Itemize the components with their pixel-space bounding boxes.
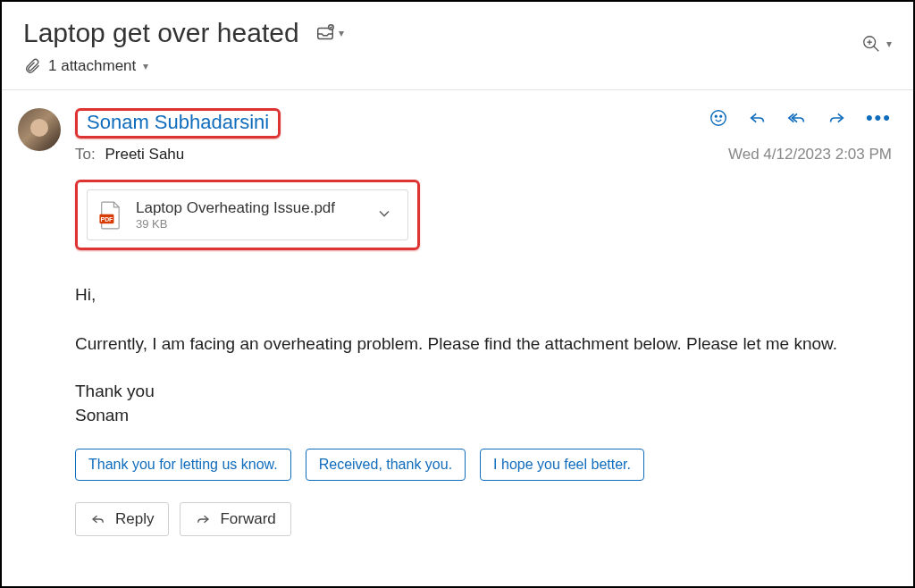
svg-text:PDF: PDF	[101, 215, 113, 222]
body-greeting: Hi,	[75, 282, 892, 308]
avatar	[18, 108, 61, 151]
attachment-card[interactable]: PDF Laptop Overheating Issue.pdf 39 KB	[87, 189, 408, 240]
suggested-reply-3[interactable]: I hope you feel better.	[480, 449, 644, 481]
timestamp: Wed 4/12/2023 2:03 PM	[728, 146, 892, 164]
signoff-line-2: Sonam	[75, 404, 892, 428]
svg-point-7	[715, 115, 717, 117]
zoom-menu[interactable]: ▾	[861, 18, 892, 54]
attachment-highlight: PDF Laptop Overheating Issue.pdf 39 KB	[75, 180, 420, 250]
pdf-file-icon: PDF	[98, 201, 123, 230]
signoff-line-1: Thank you	[75, 380, 892, 404]
attachment-filename: Laptop Overheating Issue.pdf	[136, 199, 335, 217]
reply-arrow-icon	[90, 511, 106, 527]
more-actions-button[interactable]: •••	[866, 112, 892, 123]
forward-button-label: Forward	[220, 510, 275, 528]
email-body: Hi, Currently, I am facing an overheatin…	[75, 282, 892, 427]
svg-point-8	[720, 115, 722, 117]
chevron-down-icon: ▾	[143, 60, 148, 72]
svg-line-3	[874, 46, 879, 52]
mark-read-toggle[interactable]: ▾	[315, 23, 344, 43]
chevron-down-icon	[375, 205, 393, 223]
attachment-summary-toggle[interactable]: 1 attachment ▾	[23, 57, 344, 75]
react-emoji-button[interactable]	[709, 108, 728, 128]
to-label: To:	[75, 146, 96, 163]
svg-point-6	[711, 111, 726, 126]
paperclip-icon	[23, 57, 41, 75]
attachment-count-text: 1 attachment	[48, 57, 136, 75]
chevron-down-icon: ▾	[339, 27, 344, 39]
chevron-down-icon: ▾	[886, 38, 892, 50]
magnifier-plus-icon	[861, 34, 881, 54]
forward-button[interactable]	[827, 108, 846, 128]
suggested-reply-1[interactable]: Thank you for letting us know.	[75, 449, 291, 481]
reply-button-label: Reply	[115, 510, 154, 528]
sender-highlight: Sonam Subhadarsini	[75, 108, 281, 139]
suggested-replies: Thank you for letting us know. Received,…	[75, 449, 892, 481]
forward-button-large[interactable]: Forward	[180, 502, 290, 536]
sender-name[interactable]: Sonam Subhadarsini	[83, 109, 273, 135]
body-paragraph: Currently, I am facing an overheating pr…	[75, 332, 892, 357]
reply-button-large[interactable]: Reply	[75, 502, 169, 536]
to-recipient: Preeti Sahu	[105, 146, 184, 163]
message-header: Laptop get over heated ▾ 1 attachment ▾	[2, 2, 913, 82]
inbox-icon	[315, 23, 335, 43]
reply-button[interactable]	[748, 108, 768, 128]
email-subject: Laptop get over heated	[23, 18, 299, 48]
message-actions: •••	[709, 108, 892, 128]
forward-arrow-icon	[195, 511, 211, 527]
message-pane: Sonam Subhadarsini	[2, 90, 913, 554]
attachment-menu-toggle[interactable]	[375, 205, 393, 226]
suggested-reply-2[interactable]: Received, thank you.	[306, 449, 466, 481]
attachment-filesize: 39 KB	[136, 217, 335, 231]
reply-all-button[interactable]	[787, 108, 807, 128]
